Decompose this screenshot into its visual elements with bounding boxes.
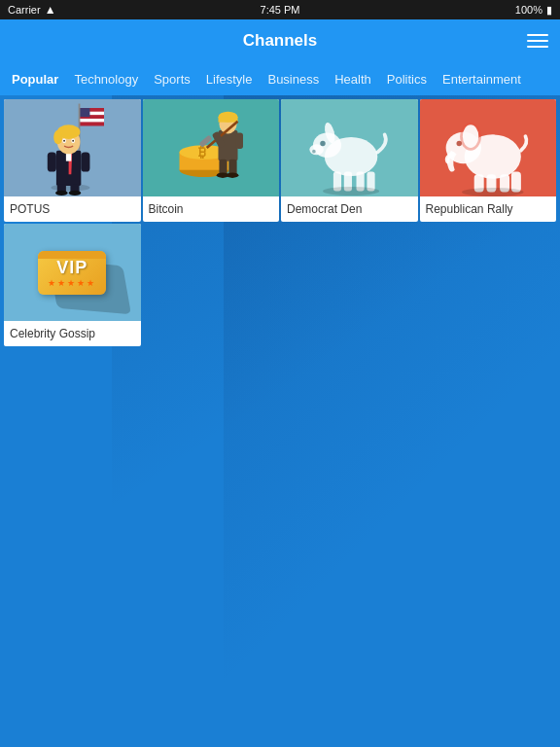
svg-point-43	[309, 144, 324, 155]
svg-point-55	[462, 124, 477, 148]
status-bar: Carrier ▲ 7:45 PM 100% ▮	[0, 0, 560, 19]
channel-label-bitcoin: Bitcoin	[143, 196, 280, 222]
svg-point-60	[456, 141, 461, 146]
status-right: 100% ▮	[515, 4, 552, 17]
svg-rect-19	[48, 153, 56, 172]
channel-card-potus[interactable]: POTUS	[4, 99, 141, 222]
main-content: POTUS ₿	[0, 95, 560, 747]
svg-rect-6	[80, 108, 90, 117]
svg-point-61	[461, 188, 523, 196]
menu-button[interactable]	[527, 34, 548, 48]
potus-illustration	[4, 99, 141, 196]
nav-tabs: PopularTechnologySportsLifestyleBusiness…	[0, 62, 560, 95]
channel-label-celebrity: Celebrity Gossip	[4, 321, 141, 346]
svg-point-23	[55, 191, 68, 196]
channel-thumb-republican	[420, 99, 557, 196]
svg-point-17	[63, 140, 65, 142]
channel-thumb-bitcoin: ₿	[143, 99, 280, 196]
channel-thumb-celebrity: VIP ★★★★★	[4, 224, 141, 321]
channel-card-democrat[interactable]: Democrat Den	[281, 99, 418, 222]
menu-line-3	[527, 46, 548, 48]
app-header: Channels	[0, 19, 560, 62]
nav-tab-entertainment[interactable]: Entertainment	[435, 66, 529, 92]
channel-thumb-democrat	[281, 99, 418, 196]
svg-point-50	[312, 150, 316, 154]
svg-point-40	[226, 172, 238, 177]
nav-tab-popular[interactable]: Popular	[4, 66, 66, 92]
nav-tab-politics[interactable]: Politics	[379, 66, 435, 92]
menu-line-1	[527, 34, 548, 36]
channel-card-bitcoin[interactable]: ₿	[143, 99, 280, 222]
vip-card: VIP ★★★★★	[38, 251, 106, 295]
nav-tab-lifestyle[interactable]: Lifestyle	[198, 66, 261, 92]
svg-point-49	[320, 141, 325, 146]
nav-tab-technology[interactable]: Technology	[66, 66, 146, 92]
vip-text: VIP	[56, 258, 88, 278]
wifi-icon: ▲	[45, 3, 56, 17]
svg-rect-32	[218, 117, 237, 122]
svg-rect-5	[80, 123, 104, 126]
svg-rect-20	[81, 153, 89, 172]
svg-point-18	[72, 140, 74, 142]
battery-label: 100%	[515, 4, 542, 16]
battery-icon: ▮	[546, 4, 552, 17]
republican-illustration	[420, 99, 557, 196]
channel-label-democrat: Democrat Den	[281, 196, 418, 222]
channel-card-republican[interactable]: Republican Rally	[420, 99, 557, 222]
nav-tab-sports[interactable]: Sports	[146, 66, 198, 92]
menu-line-2	[527, 40, 548, 42]
svg-rect-36	[235, 133, 242, 149]
bitcoin-illustration: ₿	[143, 99, 280, 196]
channel-label-potus: POTUS	[4, 196, 141, 222]
channel-card-celebrity[interactable]: VIP ★★★★★ Celebrity Gossip	[4, 224, 141, 346]
svg-rect-4	[80, 119, 104, 123]
nav-tab-business[interactable]: Business	[260, 66, 327, 92]
channel-label-republican: Republican Rally	[420, 196, 557, 222]
nav-tab-health[interactable]: Health	[327, 66, 379, 92]
carrier-label: Carrier	[8, 4, 41, 16]
democrat-illustration	[281, 99, 418, 196]
status-left: Carrier ▲	[8, 3, 56, 17]
svg-point-14	[53, 130, 62, 145]
svg-point-24	[69, 191, 82, 196]
header-title: Channels	[243, 31, 318, 51]
vip-stripe	[38, 251, 106, 259]
status-time: 7:45 PM	[261, 4, 300, 16]
vip-stars: ★★★★★	[48, 278, 96, 288]
channel-grid: POTUS ₿	[0, 95, 560, 350]
channel-thumb-potus	[4, 99, 141, 196]
svg-point-51	[323, 187, 379, 196]
